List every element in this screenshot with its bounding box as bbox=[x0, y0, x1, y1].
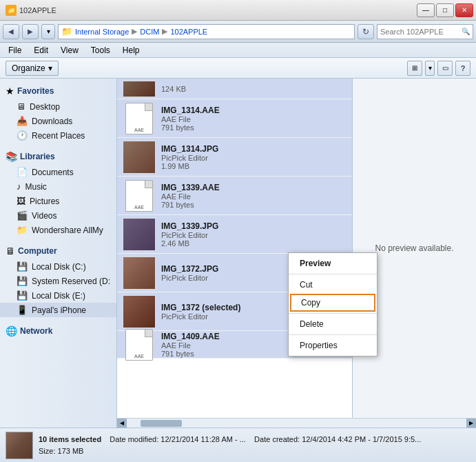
pictures-icon: 🖼 bbox=[17, 196, 25, 206]
sidebar-item-wondershare-label: Wondershare AllMy bbox=[32, 225, 103, 235]
sidebar-libraries-label: Libraries bbox=[20, 152, 55, 161]
sidebar-item-iphone[interactable]: 📱 Payal's iPhone bbox=[0, 303, 116, 317]
file-list-area: 124 KB AAE IMG_1314.AAE AAE File 791 byt… bbox=[117, 79, 476, 428]
scroll-right-button[interactable]: ▶ bbox=[466, 419, 476, 428]
file-list: 124 KB AAE IMG_1314.AAE AAE File 791 byt… bbox=[117, 79, 352, 418]
thumb-image bbox=[123, 295, 156, 328]
help-button[interactable]: ? bbox=[455, 61, 470, 76]
list-item[interactable]: AAE IMG_1339.AAE AAE File 791 bytes bbox=[117, 177, 352, 215]
maximize-button[interactable]: □ bbox=[436, 3, 454, 17]
refresh-button[interactable]: ↻ bbox=[358, 24, 374, 39]
sidebar-item-downloads[interactable]: 📥 Downloads bbox=[0, 114, 116, 128]
sidebar-item-wondershare[interactable]: 📁 Wondershare AllMy bbox=[0, 223, 116, 237]
sidebar-favorites-header[interactable]: ★ Favorites bbox=[0, 83, 116, 99]
status-thumbnail bbox=[6, 432, 33, 459]
file-list-container: 124 KB AAE IMG_1314.AAE AAE File 791 byt… bbox=[117, 79, 476, 418]
title-bar-left: 📁 102APPLE bbox=[3, 5, 56, 16]
minimize-button[interactable]: — bbox=[417, 3, 435, 17]
ctx-preview[interactable]: Preview bbox=[289, 254, 377, 272]
disk-e-icon: 💾 bbox=[17, 290, 28, 301]
bread-item-102apple[interactable]: 102APPLE bbox=[169, 28, 209, 36]
thumb-image bbox=[123, 257, 156, 290]
menu-tools[interactable]: Tools bbox=[85, 44, 116, 57]
thumb-image bbox=[123, 81, 156, 97]
sidebar-item-system-d-label: System Reserved (D: bbox=[32, 277, 110, 286]
horizontal-scrollbar[interactable]: ◀ ▶ bbox=[117, 418, 476, 428]
sidebar-item-local-e[interactable]: 💾 Local Disk (E:) bbox=[0, 288, 116, 303]
bread-item-internal[interactable]: Internal Storage bbox=[74, 28, 130, 36]
menu-file[interactable]: File bbox=[3, 44, 27, 57]
sidebar-item-music[interactable]: ♪ Music bbox=[0, 179, 116, 194]
sidebar-item-videos[interactable]: 🎬 Videos bbox=[0, 208, 116, 223]
ctx-separator-2 bbox=[289, 313, 377, 314]
toolbar: Organize ▾ ⊞ ▾ ▭ ? bbox=[0, 58, 476, 79]
list-item[interactable]: IMG_1339.JPG PicPick Editor 2.46 MB bbox=[117, 215, 352, 254]
close-button[interactable]: ✕ bbox=[455, 3, 473, 17]
thumb-image bbox=[123, 218, 156, 251]
file-type: AAE File bbox=[161, 192, 346, 201]
sidebar-computer-header[interactable]: 🖥 Computer bbox=[0, 243, 116, 259]
sidebar-item-local-e-label: Local Disk (E:) bbox=[32, 291, 85, 301]
file-thumb: AAE bbox=[123, 102, 156, 135]
list-item[interactable]: IMG_1314.JPG PicPick Editor 1.99 MB bbox=[117, 138, 352, 177]
sidebar-computer-section: 🖥 Computer 💾 Local Disk (C:) 💾 System Re… bbox=[0, 243, 116, 317]
libraries-icon: 📚 bbox=[6, 151, 17, 162]
file-thumb bbox=[123, 218, 156, 251]
main-area: ★ Favorites 🖥 Desktop 📥 Downloads 🕐 Rece… bbox=[0, 79, 476, 428]
sidebar-libraries-header[interactable]: 📚 Libraries bbox=[0, 148, 116, 165]
search-icon: 🔍 bbox=[462, 28, 470, 35]
details-pane-button[interactable]: ▭ bbox=[437, 61, 453, 76]
sidebar-network-section: 🌐 Network bbox=[0, 323, 116, 339]
file-name: IMG_1314.JPG bbox=[161, 144, 346, 154]
search-input[interactable] bbox=[380, 28, 460, 36]
address-bar: ◀ ▶ ▾ 📁 Internal Storage ▶ DCIM ▶ 102APP… bbox=[0, 21, 476, 43]
view-options-button[interactable]: ⊞ bbox=[407, 61, 422, 76]
sidebar-item-downloads-label: Downloads bbox=[32, 117, 72, 126]
disk-c-icon: 💾 bbox=[17, 261, 28, 272]
sidebar-network-header[interactable]: 🌐 Network bbox=[0, 323, 116, 339]
disk-d-icon: 💾 bbox=[17, 276, 28, 286]
sidebar-item-pictures[interactable]: 🖼 Pictures bbox=[0, 194, 116, 208]
sidebar-item-local-c-label: Local Disk (C:) bbox=[32, 262, 86, 272]
status-selected-count: 10 items selected Date modified: 12/21/2… bbox=[39, 434, 421, 445]
forward-button[interactable]: ▶ bbox=[22, 24, 39, 39]
list-item[interactable]: 124 KB bbox=[117, 79, 352, 99]
sidebar-item-documents[interactable]: 📄 Documents bbox=[0, 165, 116, 179]
sidebar-item-desktop[interactable]: 🖥 Desktop bbox=[0, 99, 116, 114]
menu-view[interactable]: View bbox=[55, 44, 84, 57]
organize-chevron: ▾ bbox=[48, 63, 52, 73]
file-thumb: AAE bbox=[123, 179, 156, 212]
view-toggle-button[interactable]: ▾ bbox=[425, 61, 435, 76]
list-item[interactable]: AAE IMG_1314.AAE AAE File 791 bytes bbox=[117, 99, 352, 138]
organize-button[interactable]: Organize ▾ bbox=[6, 61, 59, 76]
back-button[interactable]: ◀ bbox=[3, 24, 19, 39]
status-bar: 10 items selected Date modified: 12/21/2… bbox=[0, 428, 476, 462]
iphone-icon: 📱 bbox=[17, 305, 28, 315]
context-menu: Preview Cut Copy Delete Properties bbox=[288, 252, 377, 356]
bread-item-dcim[interactable]: DCIM bbox=[138, 28, 161, 36]
ctx-delete[interactable]: Delete bbox=[289, 315, 377, 333]
menu-edit[interactable]: Edit bbox=[28, 44, 54, 57]
file-type: PicPick Editor bbox=[161, 154, 346, 162]
file-type: AAE File bbox=[161, 115, 346, 123]
dropdown-button[interactable]: ▾ bbox=[41, 24, 55, 39]
menu-help[interactable]: Help bbox=[117, 44, 145, 57]
music-icon: ♪ bbox=[17, 181, 21, 192]
ctx-cut[interactable]: Cut bbox=[289, 276, 377, 294]
menu-bar: File Edit View Tools Help bbox=[0, 43, 476, 58]
sidebar-item-recent[interactable]: 🕐 Recent Places bbox=[0, 128, 116, 143]
downloads-icon: 📥 bbox=[17, 116, 28, 126]
file-thumb: AAE bbox=[123, 328, 156, 361]
sidebar-item-system-d[interactable]: 💾 System Reserved (D: bbox=[0, 274, 116, 288]
file-size: 2.46 MB bbox=[161, 239, 346, 248]
file-name: IMG_1339.AAE bbox=[161, 183, 346, 192]
file-thumb bbox=[123, 257, 156, 290]
sidebar-item-iphone-label: Payal's iPhone bbox=[32, 305, 86, 315]
scroll-left-button[interactable]: ◀ bbox=[117, 419, 127, 428]
file-size: 791 bytes bbox=[161, 123, 346, 132]
ctx-properties[interactable]: Properties bbox=[289, 337, 377, 354]
scroll-thumb[interactable] bbox=[141, 420, 182, 427]
sidebar-item-desktop-label: Desktop bbox=[30, 102, 60, 112]
ctx-copy[interactable]: Copy bbox=[290, 294, 375, 312]
sidebar-item-local-c[interactable]: 💾 Local Disk (C:) bbox=[0, 259, 116, 274]
